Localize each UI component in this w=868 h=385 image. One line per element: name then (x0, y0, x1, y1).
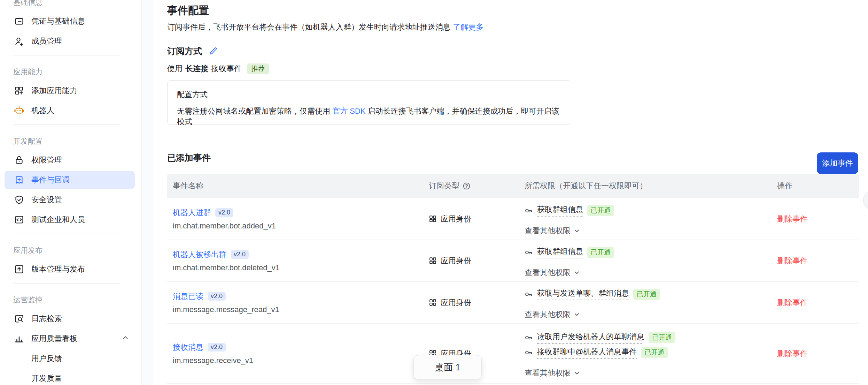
chevron-down-icon (573, 269, 580, 276)
delete-event-link[interactable]: 删除事件 (777, 297, 808, 308)
view-other-permissions[interactable]: 查看其他权限 (525, 368, 580, 378)
chevron-down-icon (573, 311, 580, 318)
sidebar-section-basic-info: 基础信息 (13, 0, 141, 8)
key-icon (525, 290, 533, 299)
sidebar-section-release: 应用发布 (13, 245, 141, 256)
delete-event-link[interactable]: 删除事件 (777, 348, 808, 359)
sidebar-divider (13, 234, 120, 234)
sidebar-item-user-feedback[interactable]: 用户反馈 (5, 349, 135, 368)
table-row: 接收消息 v2.0 im.message.receive_v1 应用身份 读取用… (167, 324, 859, 384)
enabled-badge: 已开通 (633, 289, 660, 300)
permission-list: 读取用户发给机器人的单聊消息 已开通 接收群聊中@机器人消息事件 已开通 (525, 329, 675, 362)
subscription-type-label: 应用身份 (441, 297, 471, 308)
key-icon (525, 206, 533, 215)
sidebar-item-security[interactable]: 安全设置 (5, 191, 135, 209)
subscription-type-cell: 应用身份 (423, 240, 519, 281)
sidebar-item-add-capability[interactable]: 添加应用能力 (5, 82, 135, 100)
actions-cell: 删除事件 (772, 240, 859, 281)
app-identity-icon (429, 299, 437, 307)
app-identity-icon (429, 215, 437, 223)
sidebar-item-permissions[interactable]: 权限管理 (5, 151, 135, 169)
sidebar-divider (13, 124, 120, 125)
code-icon (14, 214, 24, 225)
learn-more-link[interactable]: 了解更多 (453, 23, 483, 31)
robot-icon (14, 105, 24, 116)
permissions-cell: 读取用户发给机器人的单聊消息 已开通 接收群聊中@机器人消息事件 已开通 查看其… (519, 324, 772, 383)
sidebar-item-credentials[interactable]: 凭证与基础信息 (5, 12, 135, 30)
sidebar-item-bot[interactable]: 机器人 (5, 101, 135, 120)
member-icon (14, 36, 24, 46)
actions-cell: 删除事件 (772, 198, 859, 240)
sidebar-divider (13, 55, 120, 55)
subscription-type-cell: 应用身份 (423, 198, 519, 240)
table-row: 机器人被移出群 v2.0 im.chat.member.bot.deleted_… (167, 240, 859, 282)
event-api-name: im.message.message_read_v1 (173, 305, 279, 314)
view-other-permissions[interactable]: 查看其他权限 (525, 226, 580, 236)
permissions-cell: 获取与发送单聊、群组消息 已开通 查看其他权限 (519, 282, 772, 323)
permission-item: 获取群组信息 已开通 (525, 204, 614, 217)
delete-event-link[interactable]: 删除事件 (777, 214, 808, 224)
enabled-badge: 已开通 (649, 332, 675, 343)
permission-name[interactable]: 获取群组信息 (537, 246, 583, 258)
sidebar-item-members[interactable]: 成员管理 (5, 32, 135, 50)
config-mode-card: 配置方式 无需注册公网域名或配置加密策略，仅需使用 官方 SDK 启动长连接飞书… (167, 80, 571, 125)
help-icon[interactable] (463, 182, 471, 190)
event-name-link[interactable]: 消息已读 (173, 291, 203, 302)
subscription-mode-line: 使用 长连接 接收事件 推荐 (167, 63, 269, 74)
permission-name[interactable]: 读取用户发给机器人的单聊消息 (537, 332, 644, 344)
event-name-link[interactable]: 接收消息 (173, 342, 203, 353)
view-other-permissions[interactable]: 查看其他权限 (525, 309, 580, 320)
delete-event-link[interactable]: 删除事件 (777, 256, 808, 266)
credential-icon (14, 16, 24, 27)
shield-check-icon (14, 195, 24, 205)
permission-name[interactable]: 获取与发送单聊、群组消息 (537, 288, 629, 300)
sidebar-divider (13, 283, 120, 284)
column-required-permissions: 所需权限（开通以下任一权限即可） (519, 181, 772, 191)
sidebar-item-dev-quality[interactable]: 开发质量 (5, 369, 135, 385)
sidebar-scroll-gutter[interactable] (141, 0, 153, 385)
log-search-icon (14, 314, 24, 324)
added-events-heading: 已添加事件 (167, 152, 211, 164)
edit-icon[interactable] (208, 46, 218, 56)
event-name-cell: 机器人进群 v2.0 im.chat.member.bot.added_v1 (167, 198, 423, 240)
long-connection-label: 长连接 (185, 63, 208, 74)
sidebar-item-events-callbacks[interactable]: 事件与回调 (5, 171, 135, 189)
view-other-permissions[interactable]: 查看其他权限 (525, 267, 580, 278)
official-sdk-link[interactable]: 官方 SDK (332, 107, 365, 115)
add-event-button[interactable]: 添加事件 (817, 152, 858, 174)
sidebar-item-version-release[interactable]: 版本管理与发布 (5, 260, 135, 278)
sidebar-section-monitoring: 运营监控 (13, 295, 141, 305)
subscription-type-label: 应用身份 (441, 256, 471, 266)
version-badge: v2.0 (208, 343, 226, 352)
subscription-heading: 订阅方式 (167, 45, 202, 57)
desktop-indicator-overlay: 桌面 1 (413, 355, 482, 380)
config-mode-body: 无需注册公网域名或配置加密策略，仅需使用 官方 SDK 启动长连接飞书客户端，并… (177, 106, 561, 127)
event-name-cell: 接收消息 v2.0 im.message.receive_v1 (167, 324, 423, 383)
enabled-badge: 已开通 (641, 347, 668, 358)
chevron-down-icon (573, 227, 580, 234)
permissions-cell: 获取群组信息 已开通 查看其他权限 (519, 198, 772, 240)
permission-name[interactable]: 获取群组信息 (537, 204, 583, 217)
enabled-badge: 已开通 (587, 247, 614, 258)
event-api-name: im.chat.member.bot.added_v1 (173, 221, 276, 231)
permission-list: 获取群组信息 已开通 (525, 202, 614, 219)
sidebar-item-quality-dashboard[interactable]: 应用质量看板 (5, 330, 135, 348)
config-mode-title: 配置方式 (177, 89, 561, 100)
sidebar-item-log-search[interactable]: 日志检索 (5, 310, 135, 328)
event-name-cell: 机器人被移出群 v2.0 im.chat.member.bot.deleted_… (167, 240, 423, 281)
permission-item: 获取群组信息 已开通 (525, 246, 614, 258)
permissions-cell: 获取群组信息 已开通 查看其他权限 (519, 240, 772, 281)
event-name-link[interactable]: 机器人被移出群 (173, 249, 226, 260)
permission-item: 读取用户发给机器人的单聊消息 已开通 (525, 332, 675, 344)
chevron-up-icon[interactable] (122, 334, 129, 344)
permission-name[interactable]: 接收群聊中@机器人消息事件 (537, 347, 637, 359)
events-table: 事件名称 订阅类型 所需权限（开通以下任一权限即可） 操作 机器人进群 v2.0… (167, 174, 859, 384)
event-name-link[interactable]: 机器人进群 (173, 207, 211, 218)
permission-list: 获取群组信息 已开通 (525, 243, 614, 261)
version-badge: v2.0 (208, 292, 226, 301)
recommend-badge: 推荐 (247, 63, 269, 74)
key-icon (525, 348, 533, 357)
sidebar-item-test-company[interactable]: 测试企业和人员 (5, 211, 135, 229)
event-subscription-icon (14, 175, 24, 185)
permission-list: 获取与发送单聊、群组消息 已开通 (525, 285, 660, 303)
